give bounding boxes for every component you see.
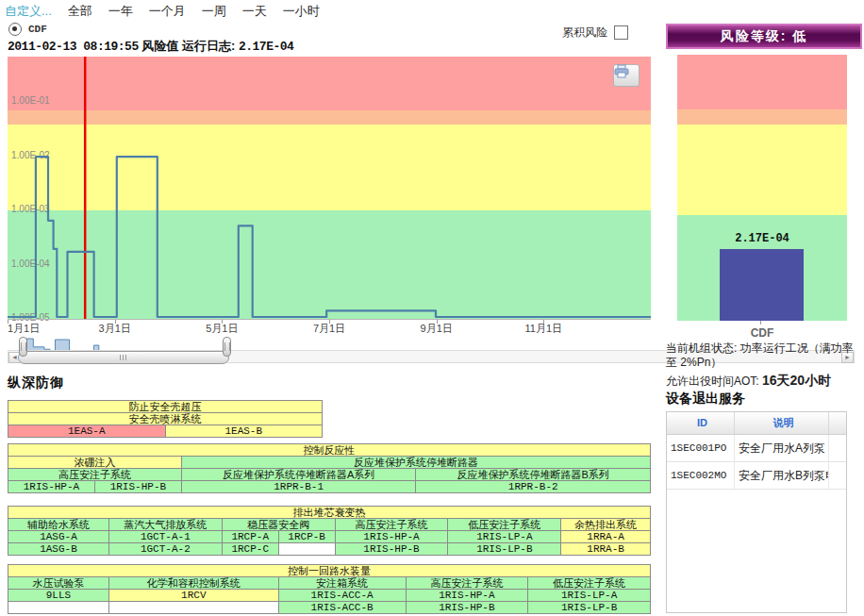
defense-cell: 1RIS-HP-B: [95, 481, 182, 493]
device-out-of-service-table: ID 说明 1SEC001PO安全厂用水A列泵1SEC002MO安全厂用水B列泵…: [666, 411, 847, 613]
aot-label: 允许出役时间AOT:: [666, 375, 762, 388]
device-table-row[interactable]: 1SEC001PO安全厂用水A列泵: [667, 435, 846, 462]
defense-in-depth-title: 纵深防御: [8, 375, 64, 391]
radio-dot-icon: [12, 26, 17, 31]
handle-grip-icon: [224, 342, 230, 351]
device-desc-cell: 安全厂用水B列泵电: [735, 462, 829, 489]
device-desc-cell: 安全厂用水A列泵: [735, 435, 829, 461]
handle-grip-icon: [21, 342, 26, 351]
device-table-header: ID 说明: [667, 412, 846, 435]
unit-status-text: 当前机组状态: 功率运行工况（满功率至 2%Pn）: [666, 341, 862, 370]
defense-cell: 辅助给水系统: [8, 519, 109, 531]
device-table-row[interactable]: 1SEC002MO安全厂用水B列泵电: [667, 462, 846, 490]
defense-table-row: 防止安全壳超压: [8, 401, 323, 413]
defense-cell: 水压试验泵: [8, 577, 109, 590]
cumulative-risk-checkbox[interactable]: [614, 25, 628, 40]
device-spacer-cell: [829, 435, 846, 461]
defense-cell: 1RIS-HP-B: [407, 602, 529, 614]
x-tick-label: 3月1日: [99, 322, 131, 336]
defense-table-row: 1RIS-ACC-B1RIS-HP-B1RIS-LP-B: [8, 602, 651, 614]
defense-cell: 1EAS-B: [166, 425, 324, 438]
risk-bar-value: 2.17E-04: [677, 232, 847, 245]
defense-table-row: 高压安注子系统反应堆保护系统停堆断路器A系列反应堆保护系统停堆断路器B系列: [8, 469, 651, 481]
defense-cell: 低压安注子系统: [448, 519, 561, 531]
navigator-right-handle[interactable]: [223, 337, 231, 357]
defense-cell: 9LLS: [8, 590, 109, 602]
range-week-link[interactable]: 一周: [202, 3, 226, 20]
defense-table-row: 1ASG-A1GCT-A-11RCP-A1RCP-B1RIS-HP-A1RIS-…: [8, 531, 651, 543]
risk-band-high: [677, 55, 847, 109]
defense-cell: 余热排出系统: [561, 519, 651, 531]
defense-table-row: 安全壳喷淋系统: [8, 413, 323, 425]
defense-table-row: 控制一回路水装量: [8, 565, 651, 577]
defense-table-row: 水压试验泵化学和容积控制系统安注箱系统高压安注子系统低压安注子系统: [8, 577, 651, 590]
risk-band-elevated: [677, 109, 847, 125]
x-tick-label: 11月1日: [525, 322, 563, 336]
range-year-link[interactable]: 一年: [108, 3, 133, 20]
defense-cell: 1RIS-HP-B: [336, 543, 449, 556]
risk-status-line: 2011-02-13 08:19:55 风险值 运行日志: 2.17E-04: [8, 38, 293, 55]
defense-cell: 1GCT-A-1: [109, 531, 223, 543]
defense-table-row: 9LLS1RCV1RIS-ACC-A1RIS-HP-A1RIS-LP-A: [8, 590, 651, 602]
defense-table-reactivity: 控制反应性浓硼注入反应堆保护系统停堆断路器高压安注子系统反应堆保护系统停堆断路器…: [8, 443, 651, 493]
status-datetime: 2011-02-13 08:19:55: [8, 40, 139, 54]
printer-icon: [614, 65, 629, 78]
range-custom-link[interactable]: 自定义...: [5, 3, 52, 20]
range-day-link[interactable]: 一天: [242, 3, 267, 20]
defense-table-row: 1RIS-HP-A1RIS-HP-B1RPR-B-11RPR-B-2: [8, 481, 651, 493]
defense-cell: 1EAS-A: [8, 425, 166, 438]
risk-bar: [720, 249, 804, 321]
defense-cell: 1RPR-B-2: [416, 481, 651, 493]
defense-cell: 1RIS-LP-B: [448, 543, 561, 556]
defense-table-row: 控制反应性: [8, 444, 651, 457]
defense-cell: 防止安全壳超压: [8, 401, 323, 413]
defense-cell: 控制一回路水装量: [8, 565, 651, 577]
x-tick-label: 1月1日: [8, 322, 40, 336]
defense-cell: 排出堆芯衰变热: [8, 507, 651, 519]
defense-cell: 蒸汽大气排放系统: [109, 519, 223, 531]
defense-table-row: 浓硼注入反应堆保护系统停堆断路器: [8, 457, 651, 469]
risk-series-plot: [8, 57, 651, 319]
risk-bar-category: CDF: [677, 326, 847, 340]
defense-cell: [8, 602, 109, 614]
time-range-toolbar: 自定义... 全部 一年 一个月 一周 一天 一小时: [5, 3, 320, 20]
defense-cell: 1RPR-B-1: [182, 481, 417, 493]
navigator-left-handle[interactable]: [19, 337, 27, 357]
defense-cell: 安注箱系统: [279, 577, 407, 590]
defense-table-row: 1EAS-A1EAS-B: [8, 425, 323, 438]
defense-cell: 1RCV: [109, 590, 279, 602]
defense-table-containment: 防止安全壳超压安全壳喷淋系统1EAS-A1EAS-B: [8, 400, 323, 438]
defense-cell: 1RCP-B: [279, 531, 336, 543]
range-month-link[interactable]: 一个月: [149, 3, 186, 20]
defense-cell: 低压安注子系统: [528, 577, 651, 590]
defense-cell: 1RCP-A: [223, 531, 279, 543]
defense-cell: 1ASG-A: [8, 531, 109, 543]
device-id-cell: 1SEC001PO: [667, 435, 735, 461]
range-all-link[interactable]: 全部: [68, 3, 92, 20]
defense-cell: 1RIS-LP-A: [528, 590, 651, 602]
device-id-cell: 1SEC002MO: [667, 462, 735, 489]
defense-cell: 1RIS-LP-A: [448, 531, 561, 543]
defense-cell: 反应堆保护系统停堆断路器: [182, 457, 651, 469]
x-tick-label: 9月1日: [421, 322, 453, 336]
defense-cell: 反应堆保护系统停堆断路器B系列: [416, 469, 651, 481]
risk-band-medium: [677, 125, 847, 215]
cdf-radio[interactable]: [8, 23, 22, 36]
thumb-grip-icon: [120, 355, 127, 360]
defense-cell: 1RIS-HP-A: [407, 590, 529, 602]
cdf-radio-label: CDF: [28, 24, 47, 35]
print-button[interactable]: [613, 64, 640, 87]
defense-cell: 1RIS-LP-B: [528, 602, 651, 614]
range-hour-link[interactable]: 一小时: [283, 3, 320, 20]
scrollbar-thumb[interactable]: [18, 351, 229, 364]
defense-cell: 浓硼注入: [8, 457, 182, 469]
defense-cell: 1RRA-A: [561, 531, 651, 543]
current-risk-bar-chart: 2.17E-04: [677, 55, 847, 321]
status-risk-value: 2.17E-04: [239, 40, 293, 54]
status-risk-label: 风险值: [141, 39, 178, 53]
aot-value: 16天20小时: [762, 373, 831, 388]
risk-trend-chart: 1.00E-011.00E-021.00E-031.00E-041.00E-05: [8, 57, 651, 319]
defense-table-row: 排出堆芯衰变热: [8, 507, 651, 519]
defense-cell: 1RIS-ACC-B: [279, 602, 407, 614]
device-col-desc: 说明: [735, 412, 829, 434]
